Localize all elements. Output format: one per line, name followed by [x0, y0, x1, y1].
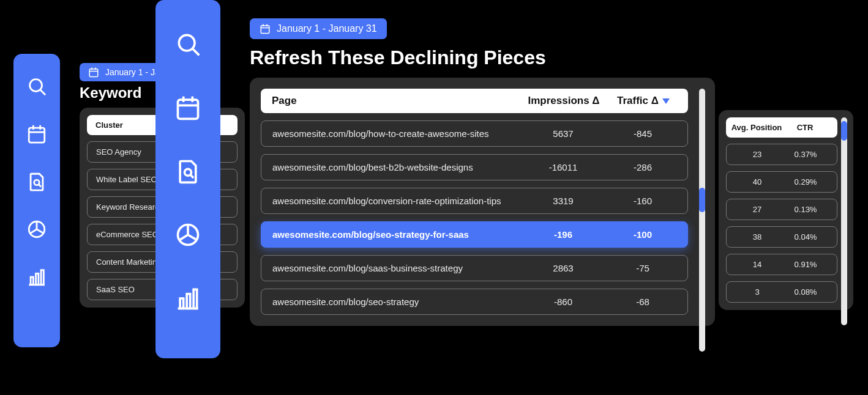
cell-avg-position: 3	[730, 287, 784, 297]
declining-row[interactable]: awesomesite.com/blog/saas-business-strat…	[261, 255, 688, 281]
calendar-icon[interactable]	[26, 124, 47, 144]
declining-row[interactable]: awesomesite.com/blog/conversion-rate-opt…	[261, 188, 688, 214]
cell-impressions: 5637	[517, 128, 609, 139]
cell-avg-position: 38	[730, 232, 784, 242]
metric-row[interactable]: 140.91%	[726, 254, 837, 275]
cell-traffic: -100	[609, 229, 676, 240]
declining-row[interactable]: awesomesite.com/blog/seo-strategy-for-sa…	[261, 221, 688, 248]
cell-ctr: 0.91%	[784, 260, 827, 269]
bar-chart-icon[interactable]	[26, 267, 47, 287]
metric-row[interactable]: 400.29%	[726, 171, 837, 193]
sidebar-small	[13, 54, 60, 347]
header-avg-position: Avg. Position	[730, 123, 784, 132]
calendar-icon	[260, 23, 271, 34]
search-icon[interactable]	[26, 76, 47, 97]
calendar-icon	[88, 67, 99, 78]
cell-ctr: 0.13%	[784, 205, 827, 214]
cell-traffic: -845	[609, 128, 676, 139]
declining-row[interactable]: awesomesite.com/blog/how-to-create-aweso…	[261, 120, 688, 147]
declining-panel: Page Impressions Δ Traffic Δ awesomesite…	[250, 78, 715, 326]
cell-traffic: -286	[609, 162, 676, 172]
page-title: Refresh These Declining Pieces	[250, 46, 715, 69]
declining-row[interactable]: awesomesite.com/blog/seo-strategy-860-68	[261, 289, 688, 315]
report-icon[interactable]	[174, 158, 201, 185]
cell-page: awesomesite.com/blog/saas-business-strat…	[272, 263, 517, 273]
search-icon[interactable]	[174, 31, 201, 57]
cell-page: awesomesite.com/blog/seo-strategy	[272, 297, 517, 307]
cell-impressions: 3319	[517, 196, 609, 206]
cell-ctr: 0.08%	[784, 287, 827, 297]
metric-row[interactable]: 30.08%	[726, 281, 837, 303]
cell-page: awesomesite.com/blog/seo-strategy-for-sa…	[272, 229, 517, 240]
header-traffic-label: Traffic Δ	[617, 95, 659, 107]
metrics-panel: Avg. Position CTR 230.37%400.29%270.13%3…	[719, 110, 853, 310]
scrollbar-track[interactable]	[699, 89, 705, 352]
cell-page: awesomesite.com/blog/conversion-rate-opt…	[272, 196, 517, 206]
date-range-label: January 1 - January 31	[277, 23, 377, 34]
cell-traffic: -68	[609, 297, 676, 307]
cell-page: awesomesite.com/blog/how-to-create-aweso…	[272, 128, 517, 139]
cell-impressions: -860	[517, 297, 609, 307]
metric-row[interactable]: 230.37%	[726, 144, 837, 165]
header-traffic[interactable]: Traffic Δ	[610, 95, 677, 107]
declining-header-row: Page Impressions Δ Traffic Δ	[261, 89, 688, 113]
cell-avg-position: 40	[730, 177, 784, 186]
dashboard-declining-pieces: January 1 - January 31 Refresh These Dec…	[250, 18, 715, 326]
declining-row[interactable]: awesomesite.com/blog/best-b2b-website-de…	[261, 154, 688, 180]
header-ctr: CTR	[784, 123, 826, 132]
pie-chart-icon[interactable]	[26, 219, 47, 240]
sidebar-large	[155, 0, 220, 358]
cluster-header: Cluster	[95, 120, 123, 130]
scrollbar-thumb[interactable]	[841, 121, 847, 141]
pie-chart-icon[interactable]	[174, 221, 201, 248]
cell-ctr: 0.29%	[784, 177, 827, 186]
date-range-pill[interactable]: January 1 - January 31	[250, 18, 387, 39]
scrollbar-track[interactable]	[841, 117, 847, 325]
cell-avg-position: 27	[730, 205, 784, 214]
cell-avg-position: 14	[730, 260, 784, 269]
cell-impressions: 2863	[517, 263, 609, 273]
calendar-icon[interactable]	[174, 94, 201, 121]
dashboard-metrics: Avg. Position CTR 230.37%400.29%270.13%3…	[719, 110, 853, 310]
cell-impressions: -16011	[517, 162, 609, 172]
cell-traffic: -160	[609, 196, 676, 206]
cell-ctr: 0.37%	[784, 150, 827, 159]
scrollbar-thumb[interactable]	[699, 188, 705, 212]
metric-row[interactable]: 270.13%	[726, 199, 837, 220]
sort-descending-icon	[662, 98, 670, 104]
cell-page: awesomesite.com/blog/best-b2b-website-de…	[272, 162, 517, 172]
header-page: Page	[272, 95, 518, 107]
cell-traffic: -75	[609, 263, 676, 273]
header-impressions[interactable]: Impressions Δ	[518, 95, 610, 107]
bar-chart-icon[interactable]	[174, 285, 201, 312]
cell-impressions: -196	[517, 229, 609, 240]
cell-avg-position: 23	[730, 150, 784, 159]
metric-row[interactable]: 380.04%	[726, 226, 837, 248]
report-icon[interactable]	[26, 171, 47, 192]
cell-ctr: 0.04%	[784, 232, 827, 242]
metrics-header-row: Avg. Position CTR	[726, 117, 837, 138]
